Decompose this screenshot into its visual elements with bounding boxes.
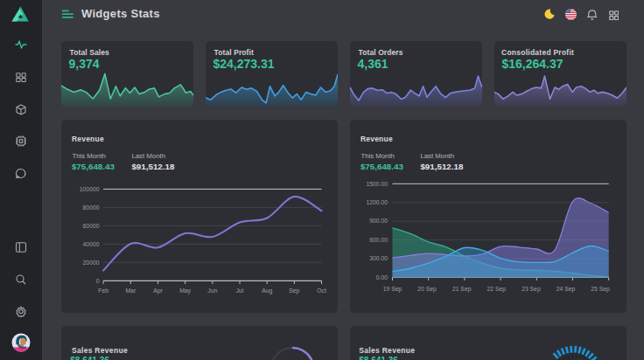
svg-text:Sep: Sep (289, 287, 299, 294)
svg-text:100000: 100000 (80, 186, 100, 192)
svg-text:40000: 40000 (83, 241, 100, 247)
svg-text:Mar: Mar (125, 287, 136, 294)
svg-text:Aug: Aug (262, 287, 272, 294)
svg-text:300.00: 300.00 (369, 255, 388, 261)
svg-text:900.00: 900.00 (369, 218, 388, 224)
svg-text:23 Sep: 23 Sep (522, 286, 541, 293)
svg-text:1500.00: 1500.00 (366, 181, 388, 187)
svg-text:Jun: Jun (207, 287, 217, 294)
svg-text:May: May (179, 287, 191, 294)
svg-text:22 Sep: 22 Sep (487, 286, 507, 293)
svg-text:0.00: 0.00 (376, 274, 388, 280)
svg-text:25 Sep: 25 Sep (591, 286, 610, 293)
svg-text:Apr: Apr (153, 287, 163, 294)
svg-text:Jul: Jul (236, 287, 244, 294)
svg-text:1200.00: 1200.00 (366, 199, 388, 205)
svg-text:20 Sep: 20 Sep (417, 286, 437, 293)
svg-text:600.00: 600.00 (369, 237, 388, 243)
svg-text:21 Sep: 21 Sep (452, 286, 472, 293)
svg-text:80000: 80000 (83, 204, 100, 211)
svg-text:Feb: Feb (98, 287, 108, 294)
svg-text:24 Sep: 24 Sep (556, 286, 576, 293)
svg-text:20000: 20000 (83, 260, 100, 266)
svg-text:19 Sep: 19 Sep (383, 286, 402, 293)
svg-text:60000: 60000 (83, 223, 100, 229)
svg-text:0: 0 (96, 278, 100, 284)
svg-text:Oct: Oct (317, 287, 326, 294)
